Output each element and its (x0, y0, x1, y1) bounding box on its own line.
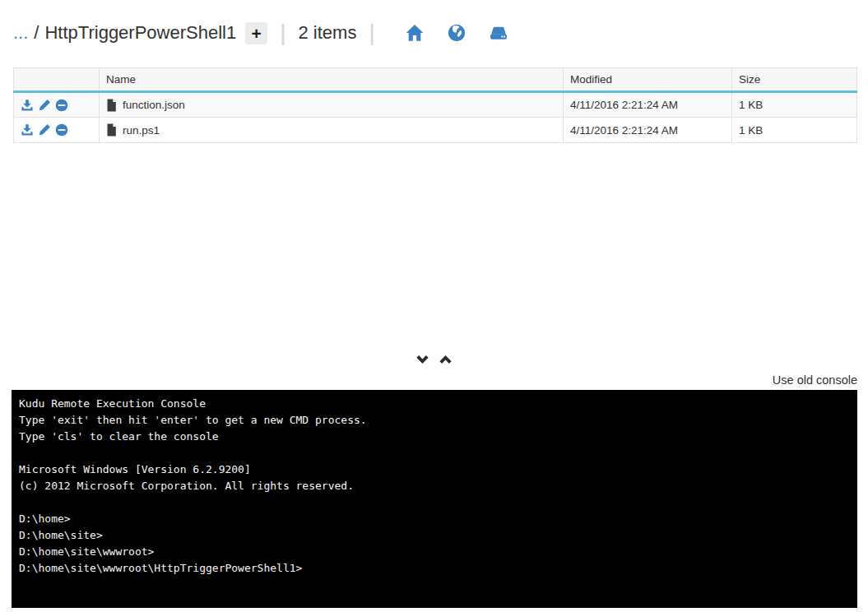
console-line: (c) 2012 Microsoft Corporation. All righ… (19, 478, 850, 494)
minus-circle-icon[interactable] (55, 123, 68, 137)
console-line: Type 'cls' to clear the console (19, 429, 850, 445)
file-icon (106, 123, 117, 137)
breadcrumb: ... / HttpTriggerPowerShell1 + | 2 items… (0, 0, 868, 46)
header-actions (14, 68, 100, 92)
modified-cell: 4/11/2016 2:21:24 AM (564, 118, 732, 143)
console-line: D:\home\site\wwwroot> (19, 544, 850, 560)
old-console-row: Use old console (0, 373, 868, 387)
pencil-icon[interactable] (38, 123, 51, 137)
pencil-icon[interactable] (38, 99, 51, 112)
header-name: Name (100, 68, 564, 92)
console-line: Kudu Remote Execution Console (19, 396, 850, 412)
chevron-down-icon[interactable] (415, 354, 429, 365)
chevron-up-icon[interactable] (439, 354, 453, 365)
size-cell: 1 KB (732, 92, 857, 118)
download-icon[interactable] (21, 99, 34, 112)
breadcrumb-separator: / (34, 22, 39, 44)
row-actions (21, 123, 92, 137)
modified-cell: 4/11/2016 2:21:24 AM (564, 92, 732, 118)
console-line: D:\home> (19, 511, 850, 527)
add-item-button[interactable]: + (245, 22, 267, 44)
file-icon (106, 99, 117, 112)
console-line: D:\home\site> (19, 527, 850, 544)
console-terminal[interactable]: Kudu Remote Execution Console Type 'exit… (12, 390, 857, 608)
header-size: Size (732, 68, 857, 92)
console-line (19, 494, 850, 511)
table-row: run.ps1 4/11/2016 2:21:24 AM 1 KB (14, 118, 857, 143)
console-line (19, 445, 850, 461)
divider: | (369, 21, 374, 44)
header-modified: Modified (564, 68, 732, 92)
divider: | (280, 21, 285, 44)
use-old-console-link[interactable]: Use old console (773, 373, 857, 387)
file-name[interactable]: run.ps1 (123, 124, 160, 137)
console-line: Microsoft Windows [Version 6.2.9200] (19, 461, 850, 478)
table-row: function.json 4/11/2016 2:21:24 AM 1 KB (14, 92, 857, 118)
breadcrumb-current-folder: HttpTriggerPowerShell1 (44, 22, 236, 44)
table-header-row: Name Modified Size (14, 68, 857, 92)
console-line: Type 'exit' then hit 'enter' to get a ne… (19, 412, 850, 429)
minus-circle-icon[interactable] (55, 99, 68, 112)
breadcrumb-ellipsis[interactable]: ... (13, 22, 28, 44)
size-cell: 1 KB (732, 118, 857, 143)
globe-icon[interactable] (448, 24, 466, 42)
hdd-icon[interactable] (490, 24, 508, 42)
home-icon[interactable] (406, 24, 424, 42)
download-icon[interactable] (21, 123, 34, 137)
console-resize-controls (0, 354, 868, 367)
content-spacer (0, 143, 868, 354)
nav-icons (406, 24, 508, 42)
file-table: Name Modified Size (13, 67, 857, 143)
console-prompt-line[interactable]: D:\home\site\wwwroot\HttpTriggerPowerShe… (19, 560, 850, 577)
item-count-label: 2 items (298, 22, 356, 44)
file-name[interactable]: function.json (123, 99, 185, 111)
row-actions (21, 99, 92, 112)
